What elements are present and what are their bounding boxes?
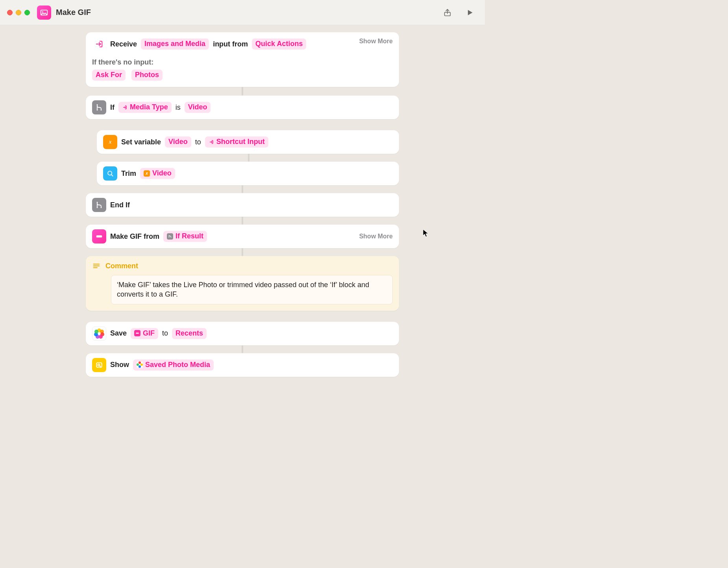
- trim-label: Trim: [121, 170, 136, 178]
- svg-point-10: [97, 207, 98, 208]
- token-show-item[interactable]: Saved Photo Media: [133, 360, 214, 371]
- if-operator: is: [176, 103, 181, 112]
- show-more-button[interactable]: Show More: [359, 38, 393, 45]
- action-receive-input[interactable]: Show More Receive Images and Media input…: [86, 32, 399, 87]
- connector: [242, 345, 243, 353]
- save-label: Save: [110, 329, 127, 337]
- comment-title: Comment: [105, 262, 138, 270]
- token-save-item[interactable]: GIF: [131, 328, 158, 339]
- connector: [242, 248, 243, 256]
- connector: [248, 154, 249, 162]
- branch-icon: [92, 198, 106, 212]
- input-icon: [92, 37, 106, 51]
- show-label: Show: [110, 361, 129, 369]
- show-more-button[interactable]: Show More: [359, 233, 393, 240]
- page-title: Make GIF: [56, 8, 91, 17]
- token-var-value[interactable]: Shortcut Input: [205, 136, 268, 148]
- run-button[interactable]: [466, 9, 474, 17]
- token-if-variable[interactable]: Media Type: [118, 102, 172, 113]
- var-chip-icon: x: [144, 170, 150, 177]
- token-trim-target[interactable]: x Video: [140, 168, 175, 179]
- variable-icon: x: [103, 135, 117, 149]
- action-trim[interactable]: Trim x Video: [97, 162, 399, 185]
- token-makegif-source[interactable]: If Result: [163, 231, 207, 242]
- titlebar: Make GIF: [0, 0, 485, 25]
- action-column: Show More Receive Images and Media input…: [86, 32, 399, 377]
- input-var-icon: [122, 105, 127, 110]
- setvar-to: to: [195, 138, 201, 146]
- cursor-icon: [423, 229, 429, 239]
- action-make-gif[interactable]: Show More Make GIF from If Result: [86, 225, 399, 248]
- svg-rect-11: [96, 235, 102, 238]
- minimize-window-button[interactable]: [16, 10, 21, 15]
- token-input-type[interactable]: Images and Media: [141, 39, 209, 50]
- setvar-label: Set variable: [121, 138, 161, 146]
- shortcut-icon: [37, 6, 51, 20]
- action-comment[interactable]: Comment ‘Make GIF’ takes the Live Photo …: [86, 256, 399, 311]
- photos-chip-icon: [137, 361, 143, 368]
- gif-icon: [92, 229, 106, 243]
- svg-text:x: x: [109, 138, 112, 145]
- save-to: to: [162, 329, 168, 337]
- svg-point-17: [98, 364, 100, 366]
- svg-point-9: [101, 207, 102, 208]
- share-button[interactable]: [443, 8, 452, 17]
- token-fallback-type[interactable]: Photos: [131, 70, 163, 81]
- endif-label: End If: [110, 201, 130, 209]
- gif-chip-icon: [134, 330, 140, 336]
- action-save[interactable]: Save GIF to Recents: [86, 322, 399, 345]
- token-var-name[interactable]: Video: [165, 136, 191, 148]
- window: Make GIF Show More: [0, 0, 485, 379]
- svg-point-1: [42, 11, 43, 12]
- token-fallback-action[interactable]: Ask For: [92, 70, 126, 81]
- fullscreen-window-button[interactable]: [24, 10, 30, 15]
- receive-middle: input from: [213, 40, 248, 48]
- svg-point-7: [108, 171, 112, 175]
- comment-body[interactable]: ‘Make GIF’ takes the Live Photo or trimm…: [111, 275, 393, 304]
- action-set-variable[interactable]: x Set variable Video to Shortcut Input: [97, 130, 399, 154]
- show-icon: [92, 358, 106, 372]
- close-window-button[interactable]: [7, 10, 13, 15]
- makegif-label: Make GIF from: [110, 232, 159, 241]
- token-if-value[interactable]: Video: [185, 102, 211, 113]
- token-save-album[interactable]: Recents: [172, 328, 207, 339]
- receive-label: Receive: [110, 40, 137, 48]
- svg-point-3: [97, 104, 98, 105]
- quicklook-icon: [103, 166, 117, 181]
- action-end-if[interactable]: End If: [86, 193, 399, 217]
- connector: [242, 87, 243, 96]
- token-input-source[interactable]: Quick Actions: [252, 39, 306, 50]
- branch-icon: [92, 100, 106, 114]
- svg-point-4: [101, 109, 102, 111]
- connector: [242, 217, 243, 225]
- if-keyword: If: [110, 103, 115, 112]
- action-show[interactable]: Show Saved Photo Media: [86, 353, 399, 377]
- connector: [242, 185, 243, 193]
- svg-point-5: [97, 109, 98, 111]
- editor-canvas[interactable]: Show More Receive Images and Media input…: [0, 25, 485, 379]
- input-var-icon: [209, 139, 214, 145]
- branch-chip-icon: [167, 233, 173, 240]
- comment-icon: [92, 262, 101, 270]
- window-controls: [7, 10, 30, 15]
- svg-rect-15: [136, 333, 139, 334]
- svg-rect-16: [96, 363, 102, 367]
- photos-icon: [92, 326, 106, 341]
- no-input-label: If there's no input:: [92, 58, 393, 66]
- action-if[interactable]: If Media Type is Video: [86, 96, 399, 119]
- svg-point-8: [97, 202, 98, 203]
